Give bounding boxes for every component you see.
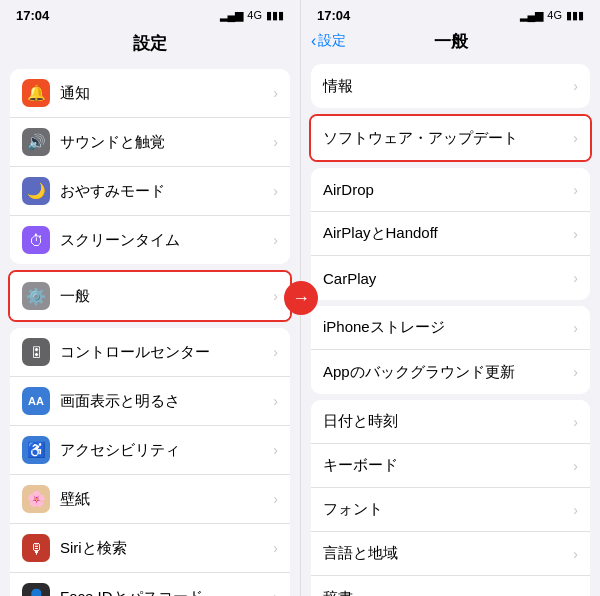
- wallpaper-icon: 🌸: [22, 485, 50, 513]
- general-item-datetime[interactable]: 日付と時刻 ›: [311, 400, 590, 444]
- general-item-airdrop[interactable]: AirDrop ›: [311, 168, 590, 212]
- bgrefresh-chevron: ›: [573, 364, 578, 380]
- signal-icon-right: ▂▄▆: [520, 9, 544, 22]
- control-chevron: ›: [273, 344, 278, 360]
- siri-chevron: ›: [273, 540, 278, 556]
- general-group-regional: 日付と時刻 › キーボード › フォント › 言語と地域 › 辞書 ›: [311, 400, 590, 596]
- general-item-airplay[interactable]: AirPlayとHandoff ›: [311, 212, 590, 256]
- settings-item-donotdisturb[interactable]: 🌙 おやすみモード ›: [10, 167, 290, 216]
- dictionary-chevron: ›: [573, 590, 578, 596]
- siri-icon: 🎙: [22, 534, 50, 562]
- accessibility-label: アクセシビリティ: [60, 441, 273, 460]
- general-item-bgrefresh[interactable]: Appのバックグラウンド更新 ›: [311, 350, 590, 394]
- wallpaper-chevron: ›: [273, 491, 278, 507]
- back-label: 設定: [318, 32, 346, 50]
- settings-item-accessibility[interactable]: ♿ アクセシビリティ ›: [10, 426, 290, 475]
- screentime-icon: ⏱: [22, 226, 50, 254]
- general-item-carplay[interactable]: CarPlay ›: [311, 256, 590, 300]
- software-update-chevron: ›: [573, 130, 578, 146]
- fonts-label: フォント: [323, 500, 573, 519]
- display-label: 画面表示と明るさ: [60, 392, 273, 411]
- software-update-label: ソフトウェア・アップデート: [323, 129, 573, 148]
- accessibility-icon: ♿: [22, 436, 50, 464]
- status-bar-right: 17:04 ▂▄▆ 4G ▮▮▮: [301, 0, 600, 28]
- sound-chevron: ›: [273, 134, 278, 150]
- nav-bar-right: ‹ 設定 一般: [301, 28, 600, 58]
- faceid-chevron: ›: [273, 589, 278, 596]
- general-item-info[interactable]: 情報 ›: [311, 64, 590, 108]
- general-item-language[interactable]: 言語と地域 ›: [311, 532, 590, 576]
- storage-chevron: ›: [573, 320, 578, 336]
- donotdisturb-icon: 🌙: [22, 177, 50, 205]
- signal-icon-left: ▂▄▆: [220, 9, 244, 22]
- datetime-chevron: ›: [573, 414, 578, 430]
- general-item-dictionary[interactable]: 辞書 ›: [311, 576, 590, 596]
- page-title-left: 設定: [133, 34, 167, 53]
- siri-label: Siriと検索: [60, 539, 273, 558]
- settings-item-wallpaper[interactable]: 🌸 壁紙 ›: [10, 475, 290, 524]
- page-title-right: 一般: [434, 30, 468, 53]
- settings-group-1: 🔔 通知 › 🔊 サウンドと触覚 › 🌙 おやすみモード › ⏱ スクリーンタイ…: [10, 69, 290, 264]
- sound-icon: 🔊: [22, 128, 50, 156]
- settings-item-siri[interactable]: 🎙 Siriと検索 ›: [10, 524, 290, 573]
- faceid-icon: 👤: [22, 583, 50, 596]
- language-chevron: ›: [573, 546, 578, 562]
- display-chevron: ›: [273, 393, 278, 409]
- faceid-label: Face IDとパスコード: [60, 588, 273, 597]
- general-highlighted-wrapper: ⚙️ 一般 ›: [8, 270, 292, 322]
- status-bar-left: 17:04 ▂▄▆ 4G ▮▮▮: [0, 0, 300, 28]
- fonts-chevron: ›: [573, 502, 578, 518]
- donotdisturb-chevron: ›: [273, 183, 278, 199]
- network-right: 4G: [547, 9, 562, 21]
- general-settings-list: 情報 › ソフトウェア・アップデート › AirDrop › AirPlayとH…: [301, 58, 600, 596]
- settings-item-display[interactable]: AA 画面表示と明るさ ›: [10, 377, 290, 426]
- bgrefresh-label: Appのバックグラウンド更新: [323, 363, 573, 382]
- keyboard-chevron: ›: [573, 458, 578, 474]
- battery-icon-right: ▮▮▮: [566, 9, 584, 22]
- general-highlight-border: ⚙️ 一般 ›: [8, 270, 292, 322]
- settings-item-general[interactable]: ⚙️ 一般 ›: [10, 272, 290, 320]
- datetime-label: 日付と時刻: [323, 412, 573, 431]
- general-item-software-update[interactable]: ソフトウェア・アップデート ›: [311, 116, 590, 160]
- settings-item-screentime[interactable]: ⏱ スクリーンタイム ›: [10, 216, 290, 264]
- airplay-chevron: ›: [573, 226, 578, 242]
- settings-list: 🔔 通知 › 🔊 サウンドと触覚 › 🌙 おやすみモード › ⏱ スクリーンタイ…: [0, 63, 300, 596]
- airdrop-chevron: ›: [573, 182, 578, 198]
- display-icon: AA: [22, 387, 50, 415]
- left-screen: 17:04 ▂▄▆ 4G ▮▮▮ 設定 🔔 通知 › 🔊 サウ: [0, 0, 300, 596]
- battery-icon-left: ▮▮▮: [266, 9, 284, 22]
- notifications-chevron: ›: [273, 85, 278, 101]
- software-update-highlighted-wrapper: ソフトウェア・アップデート ›: [309, 114, 592, 162]
- storage-label: iPhoneストレージ: [323, 318, 573, 337]
- general-item-storage[interactable]: iPhoneストレージ ›: [311, 306, 590, 350]
- control-icon: 🎛: [22, 338, 50, 366]
- back-button[interactable]: ‹ 設定: [311, 32, 346, 50]
- info-chevron: ›: [573, 78, 578, 94]
- settings-item-control[interactable]: 🎛 コントロールセンター ›: [10, 328, 290, 377]
- info-label: 情報: [323, 77, 573, 96]
- airplay-label: AirPlayとHandoff: [323, 224, 573, 243]
- general-item-keyboard[interactable]: キーボード ›: [311, 444, 590, 488]
- settings-item-notifications[interactable]: 🔔 通知 ›: [10, 69, 290, 118]
- dictionary-label: 辞書: [323, 589, 573, 597]
- accessibility-chevron: ›: [273, 442, 278, 458]
- general-item-fonts[interactable]: フォント ›: [311, 488, 590, 532]
- screentime-chevron: ›: [273, 232, 278, 248]
- control-label: コントロールセンター: [60, 343, 273, 362]
- general-group-airplay: AirDrop › AirPlayとHandoff › CarPlay ›: [311, 168, 590, 300]
- time-right: 17:04: [317, 8, 350, 23]
- settings-item-faceid[interactable]: 👤 Face IDとパスコード ›: [10, 573, 290, 596]
- general-group-info: 情報 ›: [311, 64, 590, 108]
- language-label: 言語と地域: [323, 544, 573, 563]
- general-group-storage: iPhoneストレージ › Appのバックグラウンド更新 ›: [311, 306, 590, 394]
- carplay-chevron: ›: [573, 270, 578, 286]
- screentime-label: スクリーンタイム: [60, 231, 273, 250]
- general-chevron: ›: [273, 288, 278, 304]
- status-icons-right: ▂▄▆ 4G ▮▮▮: [520, 9, 584, 22]
- keyboard-label: キーボード: [323, 456, 573, 475]
- donotdisturb-label: おやすみモード: [60, 182, 273, 201]
- notifications-icon: 🔔: [22, 79, 50, 107]
- notifications-label: 通知: [60, 84, 273, 103]
- settings-item-sound[interactable]: 🔊 サウンドと触覚 ›: [10, 118, 290, 167]
- general-label: 一般: [60, 287, 273, 306]
